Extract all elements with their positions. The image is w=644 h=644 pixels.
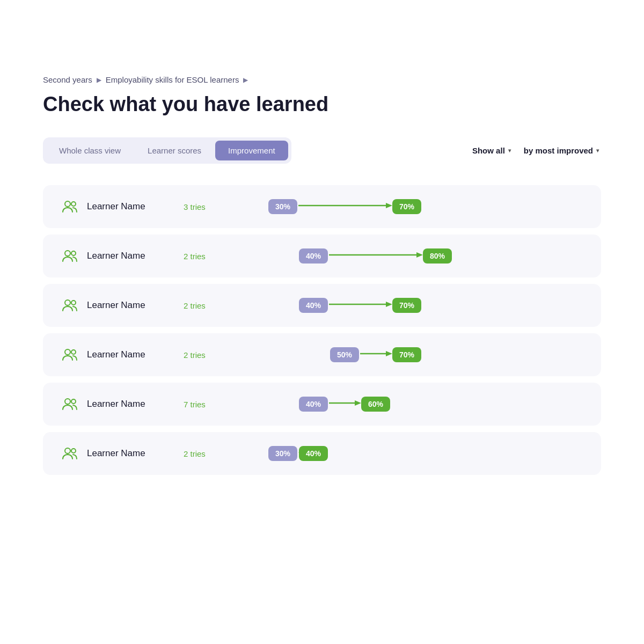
tries-label: 2 tries <box>184 252 237 261</box>
progress-area: 40% 80% <box>237 245 584 267</box>
score-end-badge: 70% <box>392 347 421 362</box>
progress-connector <box>298 200 392 213</box>
sort-arrow: ▾ <box>596 148 599 153</box>
tab-improvement[interactable]: Improvement <box>215 141 288 160</box>
learner-name: Learner Name <box>87 349 184 360</box>
svg-marker-15 <box>386 351 392 356</box>
table-row: Learner Name2 tries40% 80% <box>43 235 601 277</box>
tries-label: 7 tries <box>184 400 237 409</box>
learner-list: Learner Name3 tries30% 70% Learner Name2… <box>43 185 601 475</box>
table-row: Learner Name7 tries40% 60% <box>43 383 601 426</box>
user-group-icon <box>60 394 79 414</box>
score-start-badge: 30% <box>268 446 297 461</box>
show-all-button[interactable]: Show all ▾ <box>470 143 513 158</box>
progress-connector <box>329 398 361 411</box>
user-group-icon <box>60 296 79 315</box>
progress-connector <box>329 250 423 262</box>
table-row: Learner Name2 tries30% 40% <box>43 432 601 475</box>
tab-controls: Whole class view Learner scores Improvem… <box>43 137 601 164</box>
progress-area: 50% 70% <box>237 344 584 365</box>
score-start-badge: 50% <box>330 347 359 362</box>
breadcrumb-item-1[interactable]: Second years <box>43 75 92 84</box>
svg-point-4 <box>65 251 70 256</box>
learner-name: Learner Name <box>87 251 184 261</box>
tab-whole-class[interactable]: Whole class view <box>46 141 134 160</box>
user-group-icon <box>60 345 79 364</box>
breadcrumb-item-2[interactable]: Employability skills for ESOL learners <box>106 75 239 84</box>
progress-area: 30% 70% <box>237 196 584 217</box>
breadcrumb-arrow-1: ▶ <box>97 76 101 84</box>
sort-button[interactable]: by most improved ▾ <box>522 143 601 158</box>
show-all-label: Show all <box>472 146 505 155</box>
score-start-badge: 40% <box>299 397 328 412</box>
svg-point-21 <box>71 449 76 453</box>
svg-point-16 <box>65 399 70 404</box>
progress-area: 30% 40% <box>237 443 584 464</box>
svg-point-12 <box>65 349 70 355</box>
progress-area: 40% 70% <box>237 295 584 316</box>
breadcrumb-arrow-2: ▶ <box>243 76 248 84</box>
user-group-icon <box>60 197 79 216</box>
tries-label: 3 tries <box>184 202 237 211</box>
page-title: Check what you have learned <box>43 93 601 116</box>
svg-point-1 <box>71 202 76 206</box>
user-group-icon <box>60 444 79 463</box>
show-all-arrow: ▾ <box>508 148 511 153</box>
score-start-badge: 30% <box>268 199 297 214</box>
learner-name: Learner Name <box>87 201 184 212</box>
score-end-badge: 70% <box>392 298 421 313</box>
learner-name: Learner Name <box>87 399 184 409</box>
sort-label: by most improved <box>524 146 593 155</box>
breadcrumb: Second years ▶ Employability skills for … <box>43 75 601 84</box>
table-row: Learner Name2 tries50% 70% <box>43 333 601 376</box>
tries-label: 2 tries <box>184 350 237 360</box>
learner-name: Learner Name <box>87 300 184 311</box>
svg-point-13 <box>71 350 76 354</box>
svg-point-20 <box>65 448 70 453</box>
svg-marker-11 <box>386 302 392 307</box>
progress-connector <box>360 348 392 361</box>
learner-name: Learner Name <box>87 448 184 459</box>
svg-point-0 <box>65 201 70 207</box>
progress-connector <box>329 299 392 312</box>
score-end-badge: 80% <box>423 248 452 264</box>
svg-marker-19 <box>355 400 361 406</box>
user-group-icon <box>60 246 79 266</box>
svg-marker-3 <box>386 203 392 208</box>
score-end-badge: 40% <box>299 446 328 461</box>
tries-label: 2 tries <box>184 449 237 458</box>
filter-controls: Show all ▾ by most improved ▾ <box>470 143 601 158</box>
svg-point-8 <box>65 300 70 305</box>
score-end-badge: 60% <box>361 397 390 412</box>
tabs-group: Whole class view Learner scores Improvem… <box>43 137 291 164</box>
score-start-badge: 40% <box>299 248 328 264</box>
table-row: Learner Name3 tries30% 70% <box>43 185 601 228</box>
svg-point-9 <box>71 301 76 305</box>
score-end-badge: 70% <box>392 199 421 214</box>
tries-label: 2 tries <box>184 301 237 310</box>
tab-learner-scores[interactable]: Learner scores <box>135 141 214 160</box>
progress-area: 40% 60% <box>237 393 584 415</box>
svg-point-17 <box>71 399 76 404</box>
score-start-badge: 40% <box>299 298 328 313</box>
svg-point-5 <box>71 251 76 255</box>
svg-marker-7 <box>416 252 423 258</box>
table-row: Learner Name2 tries40% 70% <box>43 284 601 327</box>
